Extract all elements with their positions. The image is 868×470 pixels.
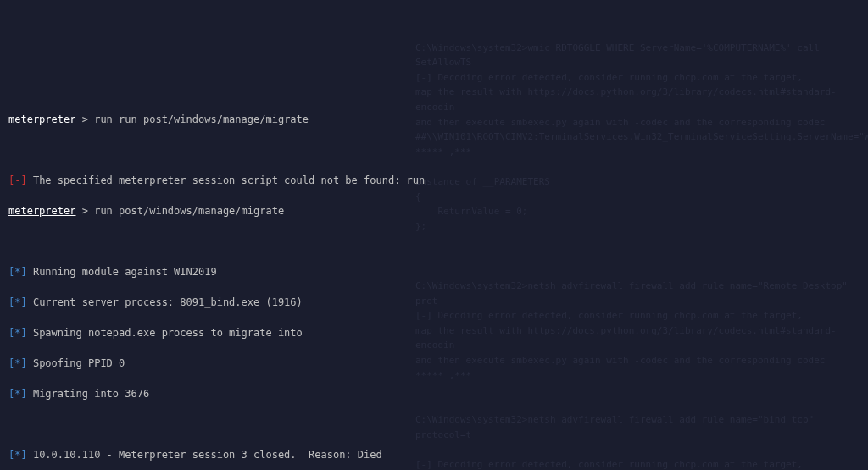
meterpreter-prompt: meterpreter <box>8 205 75 217</box>
info-tag: [*] <box>8 296 27 308</box>
info-text: Spoofing PPID 0 <box>27 357 125 369</box>
info-tag: [*] <box>8 327 27 339</box>
command-text: run post/windows/manage/migrate <box>94 205 284 217</box>
info-tag: [*] <box>8 357 27 369</box>
info-tag: [*] <box>8 266 27 278</box>
command-text: run run post/windows/manage/migrate <box>94 113 309 125</box>
info-tag: [*] <box>8 388 27 400</box>
meterpreter-prompt: meterpreter <box>8 113 75 125</box>
info-text: Current server process: 8091_bind.exe (1… <box>27 296 303 308</box>
terminal-output[interactable]: meterpreter > run run post/windows/manag… <box>8 97 860 470</box>
error-text: The specified meterpreter session script… <box>27 174 426 186</box>
error-tag: [-] <box>8 174 27 186</box>
prompt-gt: > <box>75 113 94 125</box>
info-text: Spawning notepad.exe process to migrate … <box>27 327 303 339</box>
info-text: Migrating into 3676 <box>27 388 150 400</box>
info-text: Running module against WIN2019 <box>27 266 217 278</box>
info-text: 10.0.10.110 - Meterpreter session 3 clos… <box>27 449 382 461</box>
info-tag: [*] <box>8 449 27 461</box>
prompt-gt: > <box>75 205 94 217</box>
